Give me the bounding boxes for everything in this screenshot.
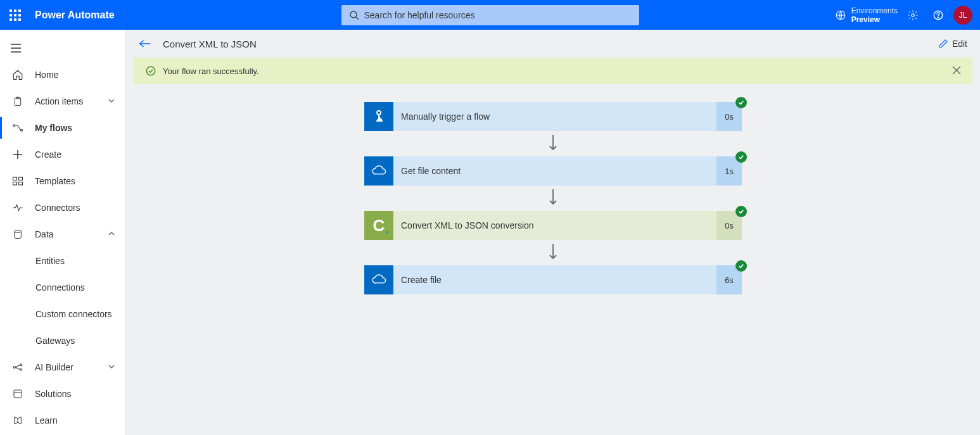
close-icon	[952, 66, 961, 75]
ai-icon	[12, 363, 23, 372]
nav-label: Learn	[35, 415, 58, 426]
flow-step[interactable]: Manually trigger a flow0s	[364, 102, 742, 131]
env-label: Environments	[851, 6, 898, 15]
chevron-down-icon	[108, 97, 115, 104]
nav-home[interactable]: Home	[0, 61, 125, 88]
database-icon	[13, 229, 23, 240]
step-label: Convert XML to JSON conversion	[393, 211, 716, 240]
nav-label: My flows	[35, 123, 72, 133]
nav-label: Custom connectors	[35, 309, 112, 319]
nav-gateways[interactable]: Gateways	[0, 327, 125, 354]
flow-step[interactable]: CConvert XML to JSON conversion0s	[364, 211, 742, 240]
nav-label: Home	[35, 70, 58, 80]
plus-icon	[13, 149, 23, 160]
app-header: Power Automate Environments Preview JL	[0, 0, 980, 30]
page-title: Convert XML to JSON	[163, 39, 257, 49]
nav-label: Solutions	[35, 389, 72, 399]
success-badge-icon	[735, 97, 747, 108]
nav-connections[interactable]: Connections	[0, 274, 125, 301]
waffle-icon	[10, 9, 21, 21]
header-right: Environments Preview JL	[835, 5, 980, 25]
nav-learn[interactable]: Learn	[0, 407, 125, 434]
env-value: Preview	[851, 15, 898, 24]
hamburger-icon	[11, 44, 21, 53]
step-icon	[364, 102, 393, 131]
nav-entities[interactable]: Entities	[0, 248, 125, 274]
banner-text: Your flow ran successfully.	[163, 66, 259, 76]
brand-label: Power Automate	[35, 9, 115, 21]
search-icon	[349, 10, 359, 20]
svg-rect-23	[14, 390, 22, 398]
svg-point-27	[146, 66, 155, 75]
nav-label: Connections	[35, 282, 85, 293]
chevron-down-icon	[108, 363, 115, 370]
templates-icon	[12, 176, 23, 186]
success-banner: Your flow ran successfully.	[134, 58, 972, 84]
home-icon	[12, 69, 23, 80]
nav-action-items[interactable]: Action items	[0, 88, 125, 115]
svg-point-12	[21, 129, 23, 131]
clipboard-icon	[13, 96, 23, 107]
nav-label: Create	[35, 149, 61, 160]
nav-solutions[interactable]: Solutions	[0, 381, 125, 407]
solutions-icon	[13, 389, 23, 399]
svg-point-3	[912, 13, 915, 16]
nav-label: Data	[35, 229, 54, 239]
back-button[interactable]	[139, 39, 151, 49]
edit-button[interactable]: Edit	[938, 39, 967, 49]
nav-data[interactable]: Data	[0, 221, 125, 248]
flow-canvas: Manually trigger a flow0sGet file conten…	[126, 84, 980, 435]
sidebar: Home Action items My flows Create Templa…	[0, 30, 126, 435]
success-badge-icon	[735, 260, 747, 272]
nav-label: Action items	[35, 96, 83, 106]
svg-point-20	[13, 367, 15, 369]
settings-button[interactable]	[903, 5, 923, 25]
step-icon: C	[364, 211, 393, 240]
edit-label: Edit	[952, 39, 967, 49]
nav-label: Templates	[35, 176, 75, 186]
nav-label: Entities	[35, 256, 65, 266]
nav-my-flows[interactable]: My flows	[0, 115, 125, 141]
svg-rect-15	[13, 177, 17, 180]
nav-label: AI Builder	[35, 362, 73, 372]
flow-icon	[12, 123, 23, 132]
gear-icon	[907, 9, 919, 21]
svg-point-30	[377, 111, 381, 115]
svg-rect-17	[13, 182, 17, 186]
environment-picker[interactable]: Environments Preview	[835, 6, 898, 24]
chevron-up-icon	[108, 230, 115, 237]
flow-step[interactable]: Create file6s	[364, 265, 742, 294]
step-icon	[364, 265, 393, 294]
nav-label: Connectors	[35, 203, 80, 213]
svg-point-22	[20, 369, 22, 370]
nav-create[interactable]: Create	[0, 141, 125, 168]
step-label: Get file content	[393, 156, 716, 186]
svg-line-1	[356, 17, 359, 20]
pencil-icon	[938, 39, 948, 49]
user-avatar[interactable]: JL	[953, 6, 972, 25]
step-label: Create file	[393, 265, 716, 294]
step-label: Manually trigger a flow	[393, 102, 716, 131]
search-container	[341, 5, 639, 25]
search-input[interactable]	[341, 5, 639, 25]
check-circle-icon	[145, 65, 156, 77]
success-badge-icon	[735, 151, 747, 163]
app-launcher-button[interactable]	[0, 0, 30, 30]
svg-rect-16	[19, 177, 23, 180]
main-content: Convert XML to JSON Edit Your flow ran s…	[126, 30, 980, 435]
flow-arrow-icon	[549, 131, 557, 156]
nav-templates[interactable]: Templates	[0, 168, 125, 194]
nav-custom-connectors[interactable]: Custom connectors	[0, 301, 125, 327]
connector-icon	[12, 203, 23, 212]
svg-rect-18	[19, 182, 23, 186]
nav-label: Gateways	[35, 336, 75, 346]
svg-point-5	[938, 17, 938, 18]
help-button[interactable]	[928, 5, 948, 25]
nav-ai-builder[interactable]: AI Builder	[0, 354, 125, 381]
svg-point-21	[20, 364, 22, 366]
arrow-left-icon	[139, 39, 151, 49]
sidebar-toggle[interactable]	[0, 35, 125, 61]
flow-step[interactable]: Get file content1s	[364, 156, 742, 186]
nav-connectors[interactable]: Connectors	[0, 194, 125, 221]
banner-close-button[interactable]	[952, 66, 961, 77]
